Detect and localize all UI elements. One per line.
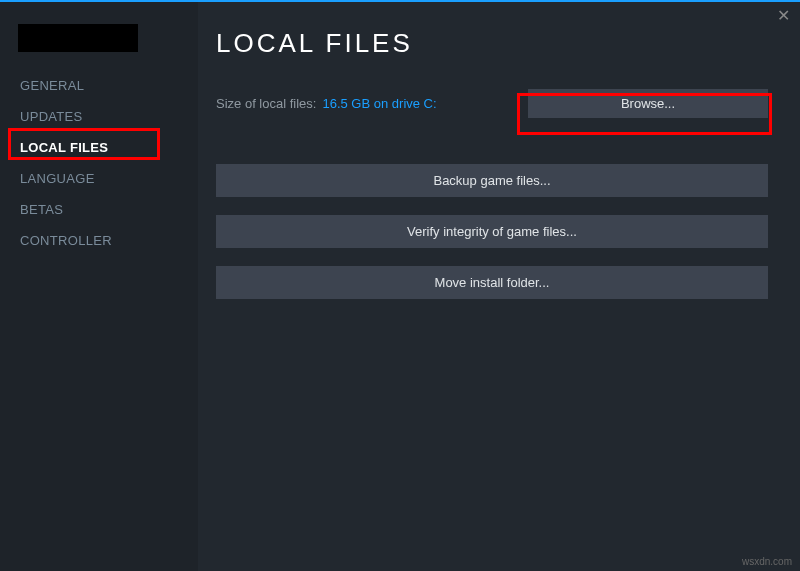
page-title: LOCAL FILES <box>216 28 768 59</box>
move-button[interactable]: Move install folder... <box>216 266 768 299</box>
content-panel: LOCAL FILES Size of local files: 16.5 GB… <box>198 2 800 571</box>
close-icon[interactable]: ✕ <box>777 6 790 25</box>
sidebar: GENERAL UPDATES LOCAL FILES LANGUAGE BET… <box>0 2 198 571</box>
size-value: 16.5 GB on drive C: <box>322 96 436 111</box>
watermark: wsxdn.com <box>742 556 792 567</box>
sidebar-item-updates[interactable]: UPDATES <box>0 101 198 132</box>
sidebar-item-language[interactable]: LANGUAGE <box>0 163 198 194</box>
sidebar-item-local-files[interactable]: LOCAL FILES <box>0 132 198 163</box>
backup-button[interactable]: Backup game files... <box>216 164 768 197</box>
sidebar-item-controller[interactable]: CONTROLLER <box>0 225 198 256</box>
size-label: Size of local files: <box>216 96 316 111</box>
sidebar-item-betas[interactable]: BETAS <box>0 194 198 225</box>
size-row: Size of local files: 16.5 GB on drive C:… <box>216 89 768 118</box>
sidebar-item-general[interactable]: GENERAL <box>0 70 198 101</box>
browse-button[interactable]: Browse... <box>528 89 768 118</box>
verify-button[interactable]: Verify integrity of game files... <box>216 215 768 248</box>
game-title-redacted <box>18 24 138 52</box>
